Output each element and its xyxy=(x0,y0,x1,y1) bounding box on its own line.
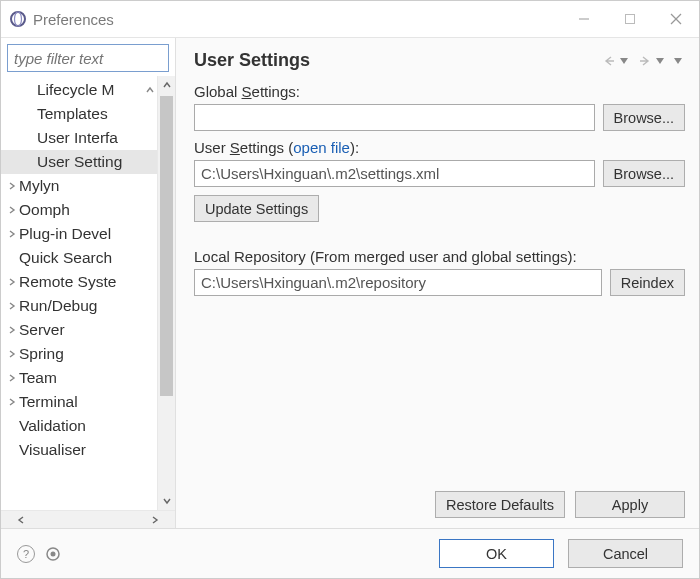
titlebar: Preferences xyxy=(1,1,699,37)
browse-global-button[interactable]: Browse... xyxy=(603,104,685,131)
forward-icon[interactable] xyxy=(637,55,653,67)
tree-item-label: Oomph xyxy=(17,201,70,219)
ok-button[interactable]: OK xyxy=(439,539,554,568)
global-settings-label: Global Settings: xyxy=(194,83,685,100)
reindex-button[interactable]: Reindex xyxy=(610,269,685,296)
tree-item-label: Quick Search xyxy=(17,249,112,267)
tree-container: Lifecycle MTemplatesUser InterfaUser Set… xyxy=(1,76,175,510)
tree-item-label: Visualiser xyxy=(17,441,86,459)
tree-item[interactable]: Run/Debug xyxy=(1,294,157,318)
tree-vertical-scrollbar[interactable] xyxy=(157,76,175,510)
restore-defaults-button[interactable]: Restore Defaults xyxy=(435,491,565,518)
overflow-up-icon xyxy=(145,85,157,95)
tree-item[interactable]: Validation xyxy=(1,414,157,438)
tree-item-label: Plug-in Devel xyxy=(17,225,111,243)
expand-icon[interactable] xyxy=(1,301,17,311)
svg-marker-6 xyxy=(620,58,628,64)
tree-item[interactable]: Team xyxy=(1,366,157,390)
local-repository-label: Local Repository (From merged user and g… xyxy=(194,248,685,265)
user-settings-label: User Settings (open file): xyxy=(194,139,685,156)
maximize-button[interactable] xyxy=(607,1,653,37)
tree-item-label: Spring xyxy=(17,345,64,363)
sidebar: Lifecycle MTemplatesUser InterfaUser Set… xyxy=(1,38,176,528)
tree-item-label: Mylyn xyxy=(17,177,59,195)
back-menu-icon[interactable] xyxy=(619,57,629,65)
tree-item[interactable]: User Interfa xyxy=(1,126,157,150)
settings-panel: User Settings Global Settings: xyxy=(176,38,699,528)
view-menu-icon[interactable] xyxy=(673,57,683,65)
tree-item[interactable]: Quick Search xyxy=(1,246,157,270)
tree-item[interactable]: Mylyn xyxy=(1,174,157,198)
page-header: User Settings xyxy=(176,38,699,79)
update-settings-button[interactable]: Update Settings xyxy=(194,195,319,222)
tree-item[interactable]: Spring xyxy=(1,342,157,366)
tree-item[interactable]: Oomph xyxy=(1,198,157,222)
dialog-footer: ? OK Cancel xyxy=(1,528,699,578)
filter-input[interactable] xyxy=(7,44,169,72)
page-toolbar xyxy=(601,55,683,67)
forward-menu-icon[interactable] xyxy=(655,57,665,65)
help-icon[interactable]: ? xyxy=(17,545,35,563)
expand-icon[interactable] xyxy=(1,181,17,191)
apply-button[interactable]: Apply xyxy=(575,491,685,518)
eclipse-icon xyxy=(9,10,27,28)
window-title: Preferences xyxy=(33,11,114,28)
import-export-icon[interactable] xyxy=(45,546,61,562)
tree-item-label: Validation xyxy=(17,417,86,435)
tree-item-label: Remote Syste xyxy=(17,273,116,291)
user-settings-input[interactable] xyxy=(194,160,595,187)
tree-item-label: User Interfa xyxy=(1,129,118,147)
preference-tree[interactable]: Lifecycle MTemplatesUser InterfaUser Set… xyxy=(1,76,157,510)
scroll-up-icon[interactable] xyxy=(158,76,175,94)
scroll-down-icon[interactable] xyxy=(158,492,175,510)
tree-item[interactable]: Terminal xyxy=(1,390,157,414)
page-actions: Restore Defaults Apply xyxy=(176,483,699,528)
svg-rect-3 xyxy=(626,15,635,24)
tree-item[interactable]: Lifecycle M xyxy=(1,78,157,102)
preferences-window: Preferences Lifecycle MTemplatesUser Int… xyxy=(0,0,700,579)
tree-item[interactable]: Templates xyxy=(1,102,157,126)
expand-icon[interactable] xyxy=(1,325,17,335)
cancel-button[interactable]: Cancel xyxy=(568,539,683,568)
tree-item-label: User Setting xyxy=(1,153,122,171)
expand-icon[interactable] xyxy=(1,205,17,215)
tree-item-label: Templates xyxy=(1,105,108,123)
expand-icon[interactable] xyxy=(1,397,17,407)
expand-icon[interactable] xyxy=(1,229,17,239)
scroll-right-icon[interactable] xyxy=(135,511,175,529)
tree-item-label: Server xyxy=(17,321,65,339)
page-title: User Settings xyxy=(194,50,601,71)
expand-icon[interactable] xyxy=(1,373,17,383)
svg-point-1 xyxy=(15,12,22,26)
global-settings-input[interactable] xyxy=(194,104,595,131)
tree-horizontal-scrollbar[interactable] xyxy=(1,510,175,528)
svg-point-10 xyxy=(51,551,56,556)
scroll-left-icon[interactable] xyxy=(1,511,41,529)
svg-point-0 xyxy=(11,12,25,26)
back-icon[interactable] xyxy=(601,55,617,67)
page-content: Global Settings: Browse... User Settings… xyxy=(176,79,699,483)
tree-item[interactable]: Remote Syste xyxy=(1,270,157,294)
tree-item[interactable]: User Setting xyxy=(1,150,157,174)
tree-item[interactable]: Visualiser xyxy=(1,438,157,462)
body: Lifecycle MTemplatesUser InterfaUser Set… xyxy=(1,37,699,528)
local-repository-input[interactable] xyxy=(194,269,602,296)
svg-marker-8 xyxy=(674,58,682,64)
expand-icon[interactable] xyxy=(1,349,17,359)
browse-user-button[interactable]: Browse... xyxy=(603,160,685,187)
scroll-thumb[interactable] xyxy=(160,96,173,396)
tree-item-label: Run/Debug xyxy=(17,297,97,315)
close-button[interactable] xyxy=(653,1,699,37)
tree-item-label: Terminal xyxy=(17,393,78,411)
expand-icon[interactable] xyxy=(1,277,17,287)
minimize-button[interactable] xyxy=(561,1,607,37)
tree-item-label: Lifecycle M xyxy=(1,81,115,99)
tree-item-label: Team xyxy=(17,369,57,387)
open-file-link[interactable]: open file xyxy=(293,139,350,156)
svg-marker-7 xyxy=(656,58,664,64)
tree-item[interactable]: Plug-in Devel xyxy=(1,222,157,246)
tree-item[interactable]: Server xyxy=(1,318,157,342)
